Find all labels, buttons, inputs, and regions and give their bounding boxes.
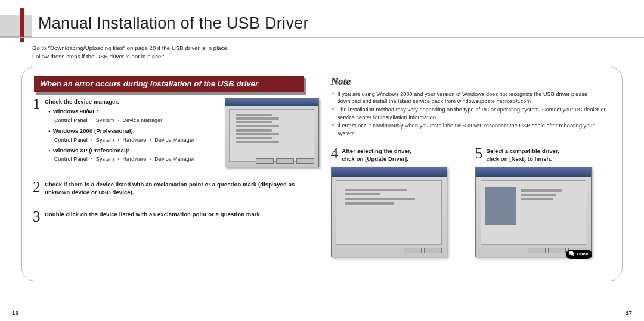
path-seg: Hardware [122, 156, 146, 162]
click-badge: Click [566, 250, 592, 259]
path-seg: Control Panel [54, 117, 88, 123]
path-seg: Control Panel [54, 137, 88, 143]
page-title: Manual Installation of the USB Driver [38, 14, 309, 33]
arrow-icon: › [150, 137, 151, 142]
path-seg: Hardware [122, 137, 146, 143]
note-title: Note [331, 76, 610, 88]
os-path: Control Panel › System › Device Manager [54, 117, 216, 124]
note-item: The installation method may vary dependi… [332, 106, 610, 121]
os-path: Control Panel › System › Hardware › Devi… [54, 136, 216, 144]
shot-body [336, 180, 442, 245]
os-path: Control Panel › System › Hardware › Devi… [54, 155, 216, 163]
wizard-graphic [485, 187, 517, 225]
title-block: Manual Installation of the USB Driver [21, 13, 623, 37]
step-5: 5 Select a compatible driver, click on [… [475, 145, 610, 257]
shot-body [481, 180, 587, 245]
step4-line2: click on [Update Driver]. [342, 155, 411, 163]
step5-line1: Select a compatible driver, [486, 148, 559, 155]
step-3: 3 Double click on the device listed with… [34, 211, 319, 219]
page-number-left: 16 [12, 310, 18, 316]
shot-tree-lines [236, 114, 307, 157]
shot-titlebar [332, 167, 447, 177]
os-win98: Windows 98/ME: Control Panel › System › … [48, 108, 216, 124]
arrow-icon: › [91, 157, 92, 162]
banner-text: When an error occurs during installation… [34, 76, 304, 92]
step4-line1: After selecting the driver, [342, 148, 411, 155]
os-name: Windows 98/ME: [48, 108, 216, 116]
shot-body [229, 109, 315, 162]
step5-line2: click on [Next] to finish. [486, 155, 559, 163]
step-4: 4 After selecting the driver, click on [… [331, 145, 466, 257]
note-item: If you are using Windows 2000 and your v… [332, 91, 610, 105]
path-seg: System [96, 156, 114, 162]
arrow-icon: › [91, 137, 92, 142]
click-label: Click [577, 251, 589, 257]
arrow-icon: › [91, 118, 92, 123]
arrow-icon: › [117, 137, 119, 142]
left-column: When an error occurs during installation… [34, 76, 319, 273]
os-name: Windows 2000 (Professional): [48, 127, 216, 135]
title-rule [0, 37, 644, 38]
os-winxp: Windows XP (Professional): Control Panel… [48, 147, 216, 164]
step2-text: Check if there is a device listed with a… [45, 181, 319, 197]
shot-titlebar [225, 99, 318, 107]
step-2: 2 Check if there is a device listed with… [34, 181, 319, 197]
shot-buttons [256, 158, 314, 164]
os-win2000: Windows 2000 (Professional): Control Pan… [48, 127, 216, 144]
step-1: 1 Check the device manager. Windows 98/M… [34, 98, 216, 164]
step3-text: Double click on the device listed with a… [45, 211, 319, 219]
error-banner: When an error occurs during installation… [34, 76, 304, 92]
shot-buttons [404, 248, 442, 253]
arrow-icon: › [117, 118, 119, 123]
note-list: If you are using Windows 2000 and your v… [332, 91, 610, 137]
intro-text: Go to "Downloading/Uploading files" on p… [32, 44, 623, 61]
content-panel: When an error occurs during installation… [21, 67, 623, 281]
shot-fields [345, 189, 433, 239]
step-number: 5 [475, 145, 483, 163]
path-seg: System [96, 117, 114, 123]
screenshot-update-driver [331, 167, 447, 257]
path-seg: Device Manager [154, 137, 194, 143]
intro-line-1: Go to "Downloading/Uploading files" on p… [32, 44, 623, 52]
path-seg: System [96, 137, 114, 143]
path-seg: Control Panel [54, 156, 88, 162]
arrow-icon: › [150, 157, 151, 162]
step1-title: Check the device manager. [45, 98, 216, 106]
note-item: If errors occur continuously when you in… [332, 122, 610, 137]
intro-line-2: Follow these steps if the USB driver is … [32, 52, 623, 61]
os-name: Windows XP (Professional): [48, 147, 216, 155]
shot-titlebar [476, 167, 591, 177]
path-seg: Device Manager [122, 117, 162, 123]
screenshot-select-driver: Click [475, 167, 592, 257]
shot-text-lines [521, 189, 579, 236]
step-number: 2 [33, 179, 41, 195]
right-column: Note If you are using Windows 2000 and y… [331, 76, 610, 273]
step-number: 1 [33, 96, 41, 113]
screenshot-device-manager [225, 98, 319, 167]
page-number-right: 17 [626, 310, 632, 316]
path-seg: Device Manager [154, 156, 194, 162]
title-tab [0, 15, 32, 36]
step-number: 3 [33, 208, 41, 225]
arrow-icon: › [117, 157, 119, 162]
step-number: 4 [331, 145, 339, 163]
